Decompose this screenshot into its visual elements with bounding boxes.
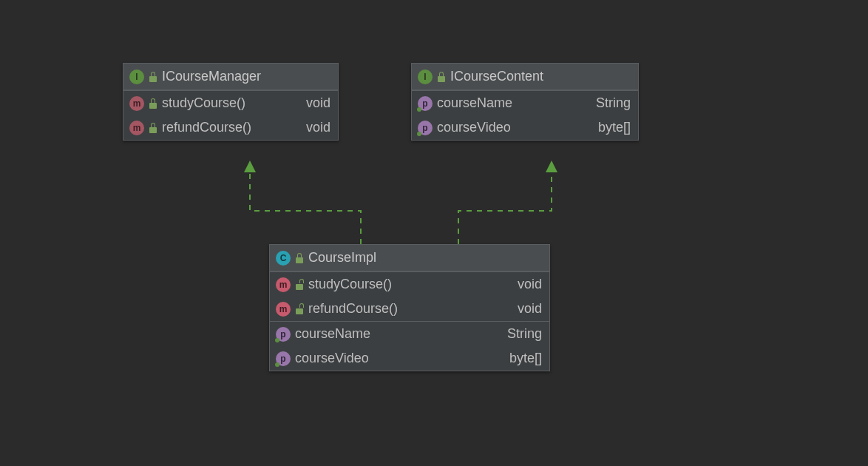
method-icon: m bbox=[129, 96, 144, 111]
class-icon: C bbox=[276, 251, 291, 266]
member-type: void bbox=[291, 95, 330, 111]
lock-icon bbox=[149, 123, 157, 133]
unlock-icon bbox=[295, 304, 304, 314]
interface-icon: I bbox=[418, 70, 433, 84]
member-type: byte[] bbox=[583, 120, 631, 135]
property-icon: p bbox=[418, 96, 433, 111]
property-icon: p bbox=[276, 327, 291, 342]
lock-icon bbox=[149, 72, 157, 82]
member-name: refundCourse() bbox=[162, 120, 251, 135]
member-row[interactable]: p courseVideo byte[] bbox=[270, 346, 549, 371]
method-icon: m bbox=[276, 302, 291, 317]
member-row[interactable]: m studyCourse() void bbox=[123, 91, 338, 115]
member-name: refundCourse() bbox=[308, 301, 398, 317]
member-type: void bbox=[503, 301, 542, 317]
class-box-courseimpl[interactable]: C CourseImpl m studyCourse() void m refu… bbox=[269, 244, 550, 371]
class-title-label: ICourseContent bbox=[450, 69, 543, 84]
member-name: studyCourse() bbox=[162, 95, 245, 111]
member-row[interactable]: p courseName String bbox=[270, 322, 549, 346]
unlock-icon bbox=[295, 280, 304, 290]
member-row[interactable]: p courseVideo byte[] bbox=[412, 115, 638, 140]
lock-icon bbox=[149, 98, 157, 109]
member-name: courseVideo bbox=[437, 120, 511, 135]
member-row[interactable]: m refundCourse() void bbox=[123, 115, 338, 140]
methods-section: m studyCourse() void m refundCourse() vo… bbox=[270, 271, 549, 321]
members-section: m studyCourse() void m refundCourse() vo… bbox=[123, 90, 338, 140]
member-row[interactable]: m refundCourse() void bbox=[270, 297, 549, 321]
implements-arrow-manager bbox=[250, 166, 361, 244]
implements-arrow-content bbox=[458, 166, 552, 244]
class-title-row: I ICourseContent bbox=[412, 64, 638, 90]
method-icon: m bbox=[276, 277, 291, 292]
interface-icon: I bbox=[129, 70, 144, 84]
member-type: byte[] bbox=[495, 351, 542, 366]
member-row[interactable]: p courseName String bbox=[412, 91, 638, 115]
member-type: void bbox=[291, 120, 330, 135]
member-type: String bbox=[581, 95, 631, 111]
class-box-icoursecontent[interactable]: I ICourseContent p courseName String p c… bbox=[411, 63, 639, 141]
class-title-label: ICourseManager bbox=[162, 69, 261, 84]
method-icon: m bbox=[129, 121, 144, 135]
members-section: p courseName String p courseVideo byte[] bbox=[412, 90, 638, 140]
properties-section: p courseName String p courseVideo byte[] bbox=[270, 321, 549, 371]
lock-icon bbox=[295, 253, 304, 263]
member-type: String bbox=[492, 326, 542, 342]
member-name: courseVideo bbox=[295, 351, 369, 366]
class-title-row: C CourseImpl bbox=[270, 245, 549, 271]
class-box-icoursemanager[interactable]: I ICourseManager m studyCourse() void m … bbox=[123, 63, 339, 141]
member-type: void bbox=[503, 277, 542, 292]
property-icon: p bbox=[276, 351, 291, 366]
member-name: courseName bbox=[295, 326, 370, 342]
class-title-label: CourseImpl bbox=[308, 250, 376, 266]
member-name: courseName bbox=[437, 95, 512, 111]
class-title-row: I ICourseManager bbox=[123, 64, 338, 90]
property-icon: p bbox=[418, 121, 433, 135]
member-row[interactable]: m studyCourse() void bbox=[270, 272, 549, 297]
lock-icon bbox=[437, 72, 446, 82]
member-name: studyCourse() bbox=[308, 277, 392, 292]
